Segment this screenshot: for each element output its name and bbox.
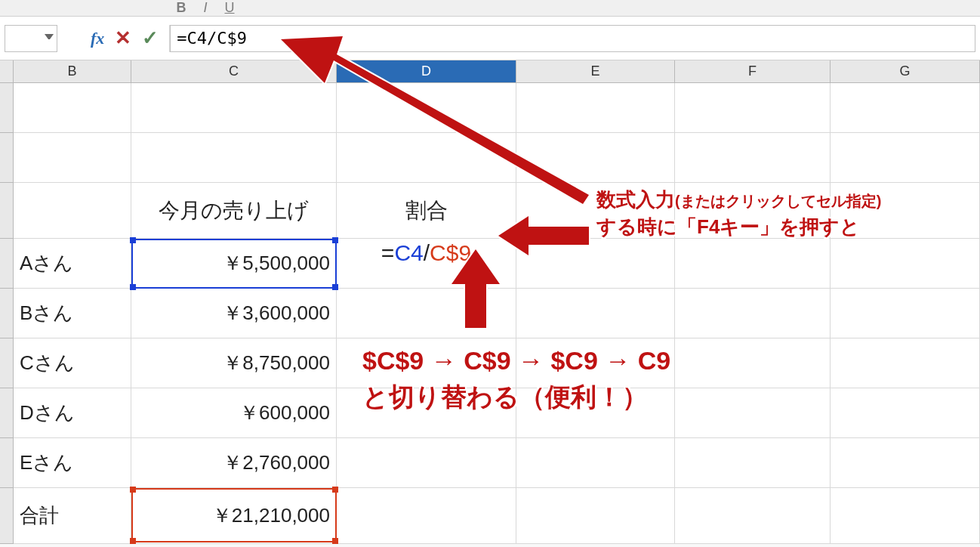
cell[interactable] [831,83,980,133]
row-header[interactable] [0,183,14,239]
italic-icon[interactable]: I [198,2,213,15]
cell[interactable] [516,438,675,488]
col-header-b[interactable]: B [14,60,131,83]
cell[interactable] [675,438,831,488]
toolbar-strip: B I U [0,0,980,17]
cell[interactable] [831,488,980,544]
select-all-corner[interactable] [0,60,14,83]
cell[interactable] [131,133,337,183]
row-header[interactable] [0,289,14,338]
row-header[interactable] [0,338,14,388]
cell[interactable] [831,133,980,183]
name-box[interactable] [5,25,57,52]
col-header-c[interactable]: C [131,60,337,83]
row-header[interactable] [0,133,14,183]
formula-input[interactable]: =C4/C$9 [170,25,975,52]
cell[interactable] [14,83,131,133]
formula-slash: / [424,240,430,266]
table-row: Aさん ￥5,500,000 =C4/C$9 [0,239,980,289]
cell[interactable] [337,83,516,133]
fx-icon[interactable]: fx [91,29,104,48]
row-header[interactable] [0,239,14,289]
cancel-icon[interactable]: ✕ [115,26,131,50]
editing-cell[interactable]: =C4/C$9 [337,239,516,289]
row-label[interactable]: Cさん [14,338,131,388]
cell[interactable] [675,388,831,438]
cell-value[interactable]: ￥8,750,000 [131,338,337,388]
cell[interactable] [675,239,831,289]
table-row: 今月の売り上げ 割合 [0,183,980,239]
header-sales[interactable]: 今月の売り上げ [131,183,337,239]
col-header-e[interactable]: E [516,60,675,83]
table-row: Dさん ￥600,000 [0,388,980,438]
formula-bar: fx ✕ ✓ =C4/C$9 [0,17,980,60]
row-label[interactable]: Aさん [14,239,131,289]
cell[interactable] [14,133,131,183]
cell[interactable] [675,338,831,388]
formula-ref1: C4 [394,240,423,266]
col-header-g[interactable]: G [831,60,980,83]
cell-value-total[interactable]: ￥21,210,000 [131,488,337,544]
cell-value[interactable]: ￥600,000 [131,388,337,438]
cell-value[interactable]: ￥3,600,000 [131,289,337,338]
cell[interactable] [675,183,831,239]
cell[interactable] [337,133,516,183]
table-row: Cさん ￥8,750,000 [0,338,980,388]
row-header[interactable] [0,488,14,544]
row-label[interactable]: Bさん [14,289,131,338]
table-row: Eさん ￥2,760,000 [0,438,980,488]
row-label-total[interactable]: 合計 [14,488,131,544]
cell-value[interactable]: ￥2,760,000 [131,438,337,488]
cell[interactable] [516,239,675,289]
cell[interactable] [337,289,516,338]
cell[interactable] [516,488,675,544]
cell[interactable] [14,183,131,239]
cell[interactable] [831,438,980,488]
table-row: Bさん ￥3,600,000 [0,289,980,338]
cell[interactable] [337,488,516,544]
chevron-down-icon[interactable] [45,34,54,43]
cell[interactable] [675,289,831,338]
col-header-d[interactable]: D [337,60,516,83]
spreadsheet: B C D E F G 今月の [0,60,980,544]
cell[interactable] [831,289,980,338]
formula-actions: fx ✕ ✓ [80,25,170,52]
bold-icon[interactable]: B [174,2,189,15]
grid-body: 今月の売り上げ 割合 Aさん ￥5,500,000 =C4/C$9 Bさん ￥3… [0,83,980,544]
header-ratio[interactable]: 割合 [337,183,516,239]
cell[interactable] [516,289,675,338]
cell[interactable] [831,388,980,438]
row-label[interactable]: Dさん [14,388,131,438]
underline-icon[interactable]: U [222,2,237,15]
cell[interactable] [516,183,675,239]
cell[interactable] [516,338,675,388]
table-row: 合計 ￥21,210,000 [0,488,980,544]
cell[interactable] [675,133,831,183]
formula-ref2: C$9 [430,240,471,266]
cell[interactable] [516,83,675,133]
cell[interactable] [831,239,980,289]
row-header[interactable] [0,388,14,438]
cell[interactable] [516,133,675,183]
row-label[interactable]: Eさん [14,438,131,488]
row-header[interactable] [0,83,14,133]
cell[interactable] [831,183,980,239]
cell-value[interactable]: ￥5,500,000 [131,239,337,289]
row-header[interactable] [0,438,14,488]
cell[interactable] [831,338,980,388]
cell[interactable] [675,488,831,544]
cell[interactable] [516,388,675,438]
cell[interactable] [337,388,516,438]
cell[interactable] [675,83,831,133]
table-row [0,133,980,183]
accept-icon[interactable]: ✓ [142,26,159,50]
formula-eq: = [381,240,395,266]
col-header-f[interactable]: F [675,60,831,83]
cell[interactable] [337,338,516,388]
formula-text: =C4/C$9 [177,29,247,48]
cell[interactable] [131,83,337,133]
column-header-row: B C D E F G [0,60,980,83]
cell[interactable] [337,438,516,488]
table-row [0,83,980,133]
